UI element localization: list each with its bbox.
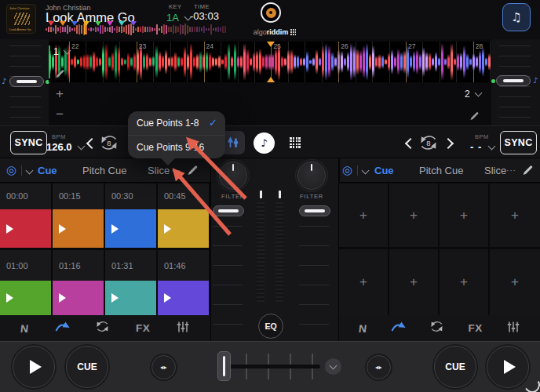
- cue-pad-8[interactable]: 01:46: [158, 250, 209, 315]
- deck1-pad-toolbar: N FX: [0, 315, 210, 341]
- cue-marker-icon: [48, 21, 54, 26]
- cue-pad-6[interactable]: 01:16: [53, 250, 104, 315]
- cue-pad-4[interactable]: 00:45: [158, 183, 209, 248]
- deck1-loop-halve-button[interactable]: [86, 138, 97, 149]
- cue-mode-chevron[interactable]: [362, 167, 370, 175]
- empty-pad-8[interactable]: +: [490, 249, 540, 315]
- tempo-sync-dot: [491, 79, 495, 83]
- pads-view-button[interactable]: [290, 137, 301, 148]
- album-stripes: [14, 13, 30, 25]
- sliders-icon[interactable]: [506, 320, 520, 337]
- mixer-faders-icon: [226, 136, 240, 150]
- cue-points-popup: Cue Points 1-8 ✓ Cue Points 9-16: [128, 111, 225, 158]
- crossfader[interactable]: [212, 342, 345, 392]
- cue-mode-icon[interactable]: ◎: [342, 163, 352, 177]
- edit-pads-pencil-icon[interactable]: [522, 164, 534, 179]
- slice-more-button[interactable]: ···: [171, 165, 181, 175]
- overview-waveform[interactable]: [46, 20, 228, 35]
- repeat-icon[interactable]: [429, 319, 444, 337]
- deck2-filter-knob[interactable]: [297, 162, 326, 190]
- deck2-bpm-value: - -: [470, 141, 482, 153]
- deck2-loop-halve-button[interactable]: [405, 138, 416, 149]
- cue-mode-icon[interactable]: ◎: [6, 163, 16, 177]
- fx-button[interactable]: FX: [136, 322, 150, 334]
- popup-item-cue-points-1-8[interactable]: Cue Points 1-8 ✓: [128, 111, 225, 135]
- album-art[interactable]: John Christian Look Amme Go: [6, 4, 36, 34]
- zoom-out-button[interactable]: −: [56, 107, 64, 122]
- deck2-number-selector[interactable]: 2: [465, 86, 481, 100]
- music-library-button[interactable]: ♫: [502, 3, 531, 31]
- tab-cue[interactable]: Cue: [374, 165, 394, 176]
- brand-bold: riddim: [267, 28, 289, 36]
- deck1-tempo-handle[interactable]: [9, 76, 44, 87]
- deck1-play-button[interactable]: [13, 346, 55, 388]
- sliders-icon[interactable]: [176, 320, 190, 337]
- deck2-loop-button[interactable]: 8: [418, 132, 439, 153]
- zoom-in-button[interactable]: +: [56, 86, 64, 102]
- edit-pads-pencil-icon[interactable]: [187, 164, 199, 179]
- tab-slice[interactable]: Slice: [484, 165, 506, 176]
- play-icon: [6, 293, 13, 303]
- empty-pad-3[interactable]: +: [440, 183, 488, 247]
- cue-pad-1[interactable]: 00:00: [0, 183, 51, 248]
- deck1-pad-grid: 00:00 00:15 00:30 00:45 01:00 01:16 01:3…: [0, 183, 210, 315]
- deck1-filter-knob[interactable]: [219, 162, 247, 190]
- time-value[interactable]: -03:03: [190, 10, 219, 22]
- deck1-tempo-slider[interactable]: ♪: [0, 39, 49, 125]
- deck1-cue-button[interactable]: CUE: [66, 346, 108, 388]
- empty-pad-5[interactable]: +: [339, 249, 388, 315]
- record-dot-icon: [266, 8, 276, 18]
- deck2-split-cue-button[interactable]: ◂▸: [367, 355, 391, 379]
- cue-pad-2[interactable]: 00:15: [53, 183, 104, 248]
- deck2-loop-double-button[interactable]: [443, 138, 454, 149]
- tab-pitch-cue[interactable]: Pitch Cue: [419, 165, 463, 176]
- bounce-loop-icon[interactable]: [390, 321, 406, 336]
- record-jog-button[interactable]: [261, 2, 281, 23]
- crossfader-handle[interactable]: [217, 351, 231, 381]
- popup-item-cue-points-9-16[interactable]: Cue Points 9-16: [128, 136, 225, 159]
- overview-playhead: [84, 22, 86, 34]
- quantize-icon[interactable]: N: [20, 322, 29, 335]
- deck1-sync-button[interactable]: SYNC: [10, 131, 47, 154]
- slice-more-button[interactable]: ···: [506, 165, 516, 175]
- deck1-split-cue-button[interactable]: ◂▸: [151, 355, 176, 379]
- deck2-edit-pencil-icon[interactable]: [469, 110, 480, 124]
- deck1-edit-pencil-icon[interactable]: [55, 67, 65, 82]
- deck1-bpm-selector[interactable]: 126.0: [46, 140, 84, 154]
- fx-button[interactable]: FX: [469, 322, 483, 334]
- deck2-tempo-handle[interactable]: [496, 75, 531, 86]
- empty-pad-2[interactable]: +: [389, 183, 438, 247]
- empty-pad-6[interactable]: +: [389, 249, 438, 315]
- deck2-volume-fader[interactable]: [299, 205, 330, 216]
- empty-pad-4[interactable]: +: [490, 183, 540, 247]
- tab-cue[interactable]: Cue: [38, 165, 57, 176]
- cue-pad-3[interactable]: 00:30: [105, 183, 156, 248]
- cue-pad-7[interactable]: 01:31: [105, 250, 156, 315]
- crossfader-options-button[interactable]: [325, 358, 341, 375]
- deck2-cue-button[interactable]: CUE: [434, 346, 476, 388]
- cue-pad-5[interactable]: 01:00: [0, 250, 51, 315]
- quantize-icon[interactable]: N: [358, 322, 367, 335]
- empty-pad-1[interactable]: +: [339, 183, 388, 247]
- tab-slice[interactable]: Slice: [148, 165, 170, 176]
- song-view-button[interactable]: ♪: [254, 132, 275, 154]
- deck1-number: 1: [53, 46, 59, 57]
- deck1-loop-button[interactable]: 8: [99, 132, 119, 153]
- key-label: KEY: [169, 3, 182, 10]
- top-bar: John Christian Look Amme Go John Christi…: [0, 0, 540, 39]
- deck2-sync-button[interactable]: SYNC: [500, 131, 537, 154]
- eq-button[interactable]: EQ: [258, 314, 283, 339]
- tab-pitch-cue[interactable]: Pitch Cue: [82, 165, 126, 176]
- empty-pad-7[interactable]: +: [440, 249, 488, 315]
- deck1-number-selector[interactable]: 1: [53, 44, 70, 58]
- deck2-play-button[interactable]: [487, 346, 529, 388]
- deck2-tempo-slider[interactable]: ♪: [491, 39, 540, 125]
- deck1-volume-fader[interactable]: [213, 205, 244, 216]
- repeat-icon[interactable]: [95, 319, 110, 337]
- cue-mode-chevron[interactable]: [26, 167, 34, 175]
- key-selector[interactable]: 1A: [166, 10, 191, 24]
- main-waveform[interactable]: 22232425262728: [49, 42, 491, 82]
- deck2-bpm-selector[interactable]: - -: [470, 140, 494, 154]
- bounce-loop-icon[interactable]: [54, 321, 70, 336]
- cue-marker-icon: [95, 21, 101, 26]
